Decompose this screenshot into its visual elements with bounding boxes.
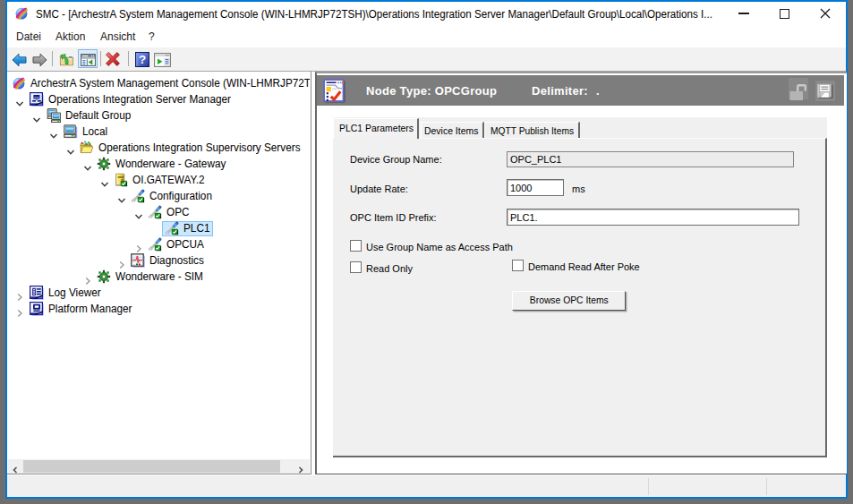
svg-text:?: ?	[139, 53, 146, 66]
